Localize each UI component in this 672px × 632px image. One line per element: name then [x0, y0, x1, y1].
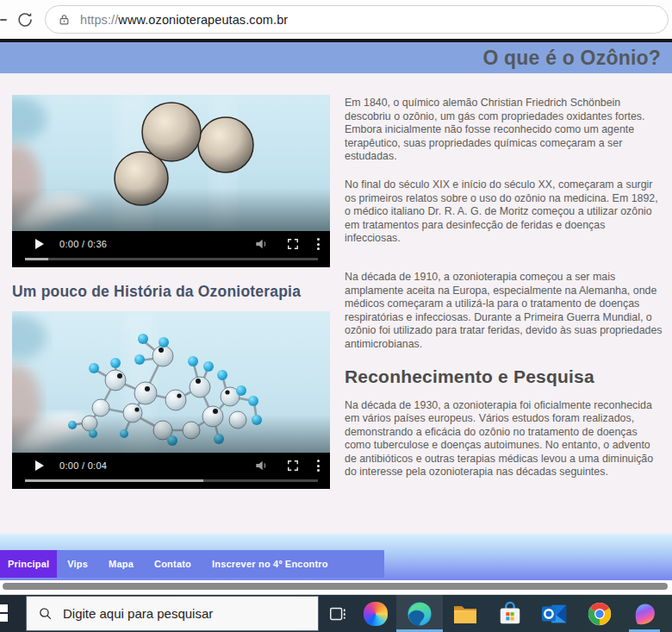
page-title-band: O que é o Ozônio? [0, 42, 672, 73]
video-player-molecule[interactable]: 0:00 / 0:04 [12, 311, 330, 489]
article-column: Em 1840, o químico alemão Christian Frie… [345, 95, 663, 494]
fullscreen-icon[interactable] [287, 238, 299, 250]
media-caption: Um pouco de História da Ozonioterapia [12, 283, 330, 301]
screen: https://www.ozonioterapeutas.com.br O qu… [0, 0, 672, 632]
site-security-lock-icon[interactable] [58, 13, 71, 26]
video-progress-bar[interactable] [25, 258, 318, 260]
taskbar-edge-button[interactable] [396, 595, 443, 632]
video-buffered-bar [25, 479, 203, 482]
search-icon [38, 606, 53, 621]
file-explorer-button[interactable] [443, 595, 488, 632]
site-navigation: Principal Vips Mapa Contato Inscrever no… [0, 550, 384, 578]
url-host: www.ozonioterapeutas.com.br [118, 13, 288, 27]
video-time: 0:00 / 0:36 [59, 239, 107, 249]
article-paragraph: Na década de 1910, a ozonioterapia começ… [345, 271, 663, 352]
reload-button[interactable] [14, 9, 36, 31]
video-controls: 0:00 / 0:36 [12, 231, 330, 267]
play-icon[interactable] [35, 239, 44, 249]
video-buffered-bar [25, 258, 48, 260]
nav-item-principal[interactable]: Principal [0, 550, 57, 578]
page-title: O que é o Ozônio? [482, 47, 661, 70]
play-icon[interactable] [35, 460, 44, 471]
paint-pin-icon [632, 601, 657, 627]
browser-toolbar: https://www.ozonioterapeutas.com.br [0, 0, 672, 39]
url-text: https://www.ozonioterapeutas.com.br [80, 13, 288, 27]
horizontal-scrollbar-thumb[interactable] [3, 583, 668, 590]
volume-icon[interactable] [255, 460, 269, 472]
chrome-icon [587, 601, 613, 627]
copilot-icon [364, 602, 388, 626]
nav-item-contato[interactable]: Contato [144, 550, 202, 578]
nav-item-inscrever[interactable]: Inscrever no 4º Encontro [202, 550, 339, 578]
address-bar[interactable]: https://www.ozonioterapeutas.com.br [45, 5, 669, 34]
back-button-fragment[interactable] [0, 19, 7, 21]
menu-kebab-icon[interactable] [317, 237, 320, 251]
video-controls: 0:00 / 0:04 [12, 453, 330, 489]
search-input[interactable] [61, 596, 318, 631]
video-time: 0:00 / 0:04 [59, 460, 107, 471]
nav-item-mapa[interactable]: Mapa [98, 550, 144, 578]
horizontal-scrollbar [0, 580, 672, 595]
file-explorer-icon [451, 601, 479, 627]
video-thumbnail-ozone-sketch [12, 95, 330, 231]
taskbar-apps [320, 595, 667, 632]
video-thumbnail-molecule-3d [12, 311, 330, 453]
edge-icon [407, 601, 432, 627]
nav-item-vips[interactable]: Vips [57, 550, 98, 578]
start-button-fragment[interactable] [0, 604, 8, 622]
task-view-icon [328, 604, 347, 623]
url-scheme: https:// [80, 13, 118, 27]
reload-icon [16, 10, 34, 29]
article-paragraph: Em 1840, o químico alemão Christian Frie… [345, 97, 663, 164]
article-subheading: Reconhecimento e Pesquisa [345, 366, 663, 387]
paint-pin-button[interactable] [622, 595, 667, 632]
menu-kebab-icon[interactable] [317, 459, 320, 472]
taskbar-search[interactable] [26, 596, 319, 631]
fullscreen-icon[interactable] [287, 460, 299, 472]
volume-icon[interactable] [255, 238, 269, 250]
footer-gradient-band: Principal Vips Mapa Contato Inscrever no… [0, 534, 672, 580]
media-column: 0:00 / 0:36 [12, 95, 330, 494]
video-progress-bar[interactable] [25, 479, 318, 482]
microsoft-store-button[interactable] [488, 595, 532, 632]
outlook-icon [540, 601, 569, 627]
task-view-button[interactable] [320, 595, 355, 632]
chrome-button[interactable] [577, 595, 622, 632]
copilot-button[interactable] [355, 595, 396, 632]
microsoft-store-icon [497, 601, 523, 627]
article-paragraph: Na década de 1930, a ozonioterapia foi o… [345, 399, 663, 480]
page-content: 0:00 / 0:36 [0, 73, 672, 534]
outlook-button[interactable] [532, 595, 577, 632]
video-player-history[interactable]: 0:00 / 0:36 [12, 95, 330, 267]
windows-taskbar [0, 595, 672, 632]
article-paragraph: No final do século XIX e início do sécul… [345, 178, 663, 246]
